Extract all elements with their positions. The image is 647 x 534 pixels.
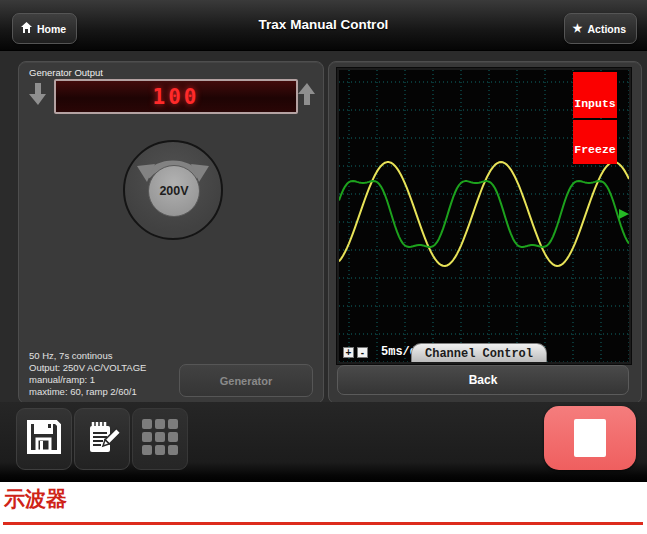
actions-button-label: Actions	[587, 23, 626, 35]
oscilloscope-screen[interactable]: Inputs Freeze + - 5ms/div Channel Contro…	[337, 68, 631, 364]
bottom-toolbar	[0, 402, 647, 482]
save-button[interactable]	[16, 408, 72, 470]
dot-grid-icon	[140, 417, 180, 461]
generator-button[interactable]: Generator	[179, 364, 313, 397]
section-heading: 示波器	[4, 485, 67, 513]
increase-button[interactable]	[295, 82, 319, 110]
page: Home Trax Manual Control ★ Actions Gener…	[0, 0, 647, 534]
actions-button[interactable]: ★ Actions	[564, 13, 637, 44]
generator-value: 100	[153, 85, 200, 109]
edit-log-button[interactable]	[74, 408, 130, 470]
channel-control-tab[interactable]: Channel Control	[411, 343, 547, 363]
star-icon: ★	[573, 22, 583, 35]
oscilloscope-panel: Inputs Freeze + - 5ms/div Channel Contro…	[328, 61, 642, 404]
arrow-up-icon	[298, 83, 316, 109]
generator-value-display: 100	[54, 79, 298, 114]
stop-button[interactable]	[544, 406, 636, 470]
timebase-minus-button[interactable]: -	[357, 347, 368, 358]
voltage-knob[interactable]: 200V	[123, 140, 223, 240]
top-bar: Home Trax Manual Control ★ Actions	[0, 0, 647, 51]
document-footer: 示波器	[0, 482, 647, 534]
notepad-pencil-icon	[84, 419, 120, 459]
info-line-1: 50 Hz, 7s continous	[29, 350, 146, 362]
trax-app-window: Home Trax Manual Control ★ Actions Gener…	[0, 0, 647, 482]
grid-menu-button[interactable]	[132, 408, 188, 470]
decrease-button[interactable]	[26, 82, 50, 110]
generator-info-text: 50 Hz, 7s continous Output: 250V AC/VOLT…	[29, 350, 146, 398]
knob-value-label: 200V	[148, 165, 200, 217]
generator-panel: Generator Output 100	[18, 61, 324, 404]
stop-square-icon	[574, 419, 606, 457]
arrow-down-icon	[29, 83, 47, 109]
freeze-button[interactable]: Freeze	[573, 120, 617, 164]
info-line-2: Output: 250V AC/VOLTAGE	[29, 362, 146, 374]
timebase-plus-button[interactable]: +	[343, 347, 354, 358]
floppy-disk-icon	[26, 419, 62, 459]
heading-underline	[3, 522, 643, 525]
inputs-button[interactable]: Inputs	[573, 72, 617, 118]
info-line-4: maxtime: 60, ramp 2/60/1	[29, 386, 146, 398]
back-button[interactable]: Back	[337, 365, 629, 395]
window-title: Trax Manual Control	[0, 0, 647, 50]
info-line-3: manual/ramp: 1	[29, 374, 146, 386]
generator-output-label: Generator Output	[29, 67, 103, 78]
